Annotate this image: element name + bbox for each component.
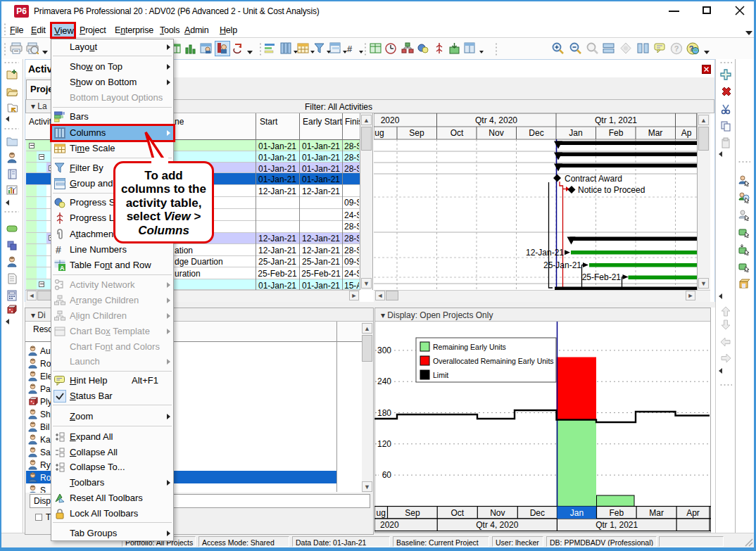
svg-text:60: 60 [382,470,392,480]
svg-text:300: 300 [377,346,391,355]
svg-text:?: ? [674,44,679,53]
svg-text:Contract Award: Contract Award [565,174,622,184]
svg-text:ug: ug [377,508,386,518]
svg-text:12-Jan-21: 12-Jan-21 [526,248,564,258]
svg-text:Qtr 1, 2021: Qtr 1, 2021 [596,520,638,530]
svg-text:Remaining Early Units: Remaining Early Units [433,343,506,351]
svg-text:ug: ug [374,128,384,138]
svg-text:Overallocated Remaining Early: Overallocated Remaining Early Units [433,357,554,365]
svg-text:#: # [56,244,61,255]
svg-text:Qtr 4, 2020: Qtr 4, 2020 [476,520,518,530]
svg-text:Qtr 4, 2020: Qtr 4, 2020 [475,115,517,125]
svg-text:Nov: Nov [490,508,505,518]
svg-text:Qtr 1, 2021: Qtr 1, 2021 [595,115,637,125]
svg-text:Ap: Ap [681,128,692,138]
svg-text:2020: 2020 [380,520,399,530]
svg-text:120: 120 [377,439,391,449]
svg-text:Nov: Nov [489,128,503,138]
svg-text:A: A [60,265,65,271]
svg-text:Apr: Apr [686,508,700,518]
svg-text:Mar: Mar [648,128,663,138]
svg-text:Jan: Jan [569,128,582,138]
svg-text:Feb: Feb [609,508,624,518]
svg-text:Notice to Proceed: Notice to Proceed [578,185,645,195]
svg-text:Dec: Dec [529,128,543,138]
svg-text:Sep: Sep [409,128,424,138]
svg-text:Sep: Sep [405,508,420,518]
svg-text:Limit: Limit [433,371,448,379]
svg-text:Oct: Oct [451,128,464,138]
svg-text:Dec: Dec [530,508,545,518]
svg-text:240: 240 [377,376,391,386]
svg-text:Mar: Mar [649,508,664,518]
svg-text:Jan: Jan [570,508,584,518]
svg-text:25-Jan-21: 25-Jan-21 [543,260,581,270]
svg-text:Feb: Feb [609,128,624,138]
svg-text:2020: 2020 [381,115,400,125]
svg-text:180: 180 [377,408,391,418]
svg-text:25-Feb-21: 25-Feb-21 [582,272,622,282]
svg-text:Oct: Oct [451,508,464,518]
